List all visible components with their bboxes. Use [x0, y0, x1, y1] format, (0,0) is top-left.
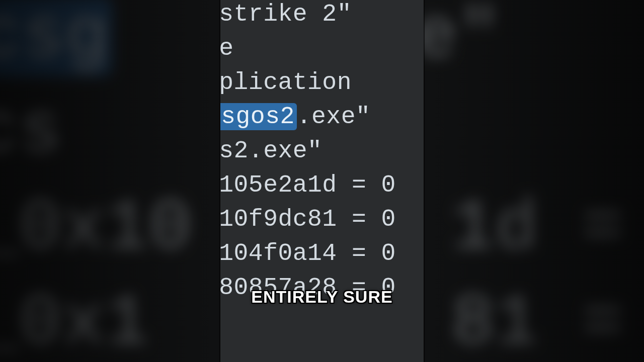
code-line-3: e Application	[220, 69, 352, 96]
bg-line2-left: "cs	[0, 92, 62, 172]
code-line-4-highlight: csgos2	[220, 103, 297, 130]
code-line-8: 0_0x104f0a14 = 0	[220, 240, 396, 267]
bg-line4-left: 0_0x1	[0, 283, 149, 362]
code-line-2: force	[220, 35, 234, 62]
code-line-9: 0_0x80857a28 = 0	[220, 274, 396, 301]
code-line-4-suffix: .exe"	[297, 103, 371, 130]
bg-line4-right: 81 = 0	[452, 283, 644, 362]
foreground-strip: ter-strike 2" force e Application e "csg…	[220, 0, 424, 362]
code-line-1: ter-strike 2"	[220, 1, 352, 28]
bg-line3-right: 1d = 0	[452, 188, 644, 268]
letterbox-right	[424, 0, 644, 362]
code-line-7: 0_0x10f9dc81 = 0	[220, 206, 396, 233]
video-frame: "csg exe" "cs 0_0x10 1d = 0 0_0x1 81 = 0…	[0, 0, 644, 362]
bg-line1-highlight: csg	[0, 0, 112, 77]
bg-line3-left: 0_0x10	[0, 188, 192, 268]
code-line-6: 0_0x105e2a1d = 0	[220, 171, 396, 199]
code-text: ter-strike 2" force e Application e "csg…	[220, 0, 396, 305]
letterbox-left	[0, 0, 220, 362]
code-line-5: e "cs2.exe"	[220, 137, 322, 164]
